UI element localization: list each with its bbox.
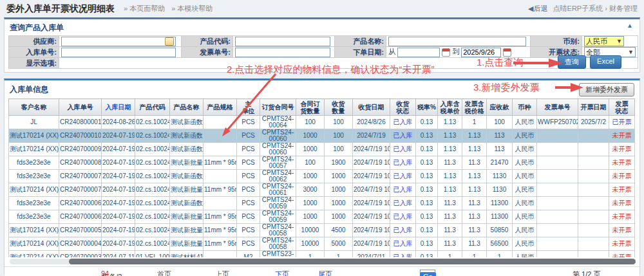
cell-currency: 人民币 [513,197,537,210]
cell-recv_qty: 100 [325,143,353,156]
cell-invoice_price: 11.3 [462,237,487,251]
cell-receivable: 113 [487,129,513,143]
cell-invoice_status: 未开票 [609,237,635,251]
cell-product_name: 测试新函数成 [170,143,204,156]
cell-invoice_status: 未开票 [609,129,635,143]
column-header-recv_date: 收货日期 [353,99,390,116]
column-header-unit_price: 入库含 税单价 [438,99,462,116]
add-outsource-invoice-button[interactable]: 新增委外发票 [579,83,634,97]
supplier-picker-icon[interactable] [165,37,174,46]
cell-unit_price: 11.3 [438,237,462,251]
column-header-customer: 客户名称 [9,99,59,116]
table-row[interactable]: fds3e23e3eCR2407000082024-07-1902.cs.100… [9,156,635,170]
pagination-bar: 共94条/2页 首页 上页 下页 尾页 到 页 Go 第 1/2 页 [5,266,639,276]
cell-product_code: 02.cs.100246 [135,237,170,251]
table-row[interactable]: fds3e23e3eCR2407000072024-07-1902.cs.100… [9,170,635,183]
cell-contract_no: CPMTS24-00064 [260,116,296,129]
cell-receipt_no: CR240700007 [59,170,102,183]
product-name-label: 产品名称: [335,36,386,47]
cell-recv_date: 2024/7/19 10 [353,143,390,156]
table-row[interactable]: 测试170214 (XX)CR2407000072024-07-1902.cs.… [9,183,635,197]
table-row[interactable]: 测试170214 (XX)CR2407000092024-07-1902.cs.… [9,143,635,156]
horizontal-scrollbar-thumb[interactable] [69,259,636,264]
column-header-receipt_date[interactable]: 入库日期 [102,99,135,116]
cell-product_code: 02.cs.100241 [135,129,170,143]
cell-invoice_date [578,129,609,143]
cell-recv_status: 已入库 [390,116,416,129]
cell-unit: PCS [237,116,260,129]
date-to-input[interactable] [461,48,501,57]
module-help-link[interactable]: » 本模块帮助 [171,4,213,14]
currency-select[interactable]: 人民币 ▼ [584,36,624,46]
calendar-icon[interactable] [503,48,511,57]
column-header-tax_rate: 税率% [416,99,438,116]
cell-customer: 测试170214 (XX) [9,237,59,251]
breadcrumb-system-link[interactable]: 点睛ERP子系统 [553,5,603,12]
last-page-link[interactable]: 尾页 [318,270,332,276]
cell-customer: JL [9,116,59,129]
back-button[interactable]: ◀后退 [528,4,547,14]
cell-recv_date: 2024/7/19 10 [353,183,390,197]
receipt-grid-panel: 入库单信息 新增委外发票 客户名称入库单号入库日期产品代码产品名称产品规格主 单… [4,78,640,275]
goto-page-control: 到 页 Go [420,270,435,276]
cell-unit_price: 11.3 [438,224,462,237]
topbar-right: ◀后退 点睛ERP子系统 › 财务管理 [528,4,638,14]
query-button[interactable]: 查询 [558,55,586,69]
cell-invoice_date [578,156,609,170]
supplier-input[interactable] [61,37,176,46]
breadcrumb-module-link[interactable]: 财务管理 [609,5,638,12]
cell-tax_rate: 0.13 [416,143,438,156]
cell-customer: fds3e23e3e [9,210,59,224]
cell-unit_price: 1.13 [438,129,462,143]
product-code-input[interactable] [235,37,330,46]
cell-order_qty: 1000 [296,210,325,224]
cell-currency: 人民币 [513,210,537,224]
cell-tax_rate: 0.13 [416,237,438,251]
go-button[interactable]: Go [420,272,436,276]
annotation-step3: 3.新增委外发票 [473,82,540,94]
column-header-order_qty: 合同订 货数量 [296,99,325,116]
receipt-no-input[interactable] [61,48,176,57]
invoice-no-input[interactable] [235,48,330,57]
cell-product_name: 测试新函数成 [170,197,204,210]
cell-invoice_no: WWFP250702001 [537,116,578,129]
cell-contract_no: CPMTS24-00061 [260,183,296,197]
cell-invoice_no [537,237,578,251]
excel-button[interactable]: Excel [590,55,621,69]
date-from-input[interactable] [397,48,440,57]
cell-invoice_status: 未开票 [609,251,635,258]
table-row[interactable]: JLCR2408000012024-08-2602.cs.100241测试新函数… [9,116,635,129]
next-page-link[interactable]: 下页 [275,270,289,276]
table-row[interactable]: 测试170214 (XX)CR2407000032024-07-1101.VEL… [9,251,635,258]
first-page-link[interactable]: 首页 [157,270,171,276]
calendar-icon[interactable] [442,48,450,57]
cell-unit_price: 1.13 [438,143,462,156]
query-panel-title: 查询产品入库单 [5,19,639,35]
page-help-link[interactable]: » 本页面帮助 [124,4,165,14]
cell-invoice_no [537,197,578,210]
table-row[interactable]: fds3e23e3eCR2407000062024-07-1902.cs.100… [9,210,635,224]
cell-invoice_no [537,156,578,170]
prev-page-link[interactable]: 上页 [215,270,229,276]
column-header-recv_qty: 收货 数量 [325,99,353,116]
cell-spec: 11mm * 95m [204,237,237,251]
supplier-label: 供应商: [9,36,59,47]
product-name-input[interactable] [388,37,526,46]
table-row[interactable]: 测试170214 (XX)CR2407000052024-07-1902.cs.… [9,224,635,237]
cell-receipt_no: CR240700006 [59,197,102,210]
cell-product_code: 02.cs.100241 [135,143,170,156]
table-row[interactable]: fds3e23e3eCR2407000062024-07-1902.cs.100… [9,197,635,210]
cell-invoice_no [537,129,578,143]
cell-order_qty: 1000 [296,143,325,156]
cell-product_code: 02.cs.100246 [135,183,170,197]
cell-spec [204,251,237,258]
cell-unit: PCS [237,170,260,183]
table-row[interactable]: 测试170214 (XX)CR2407000102024-07-1902.cs.… [9,129,635,143]
cell-currency: 人民币 [513,170,537,183]
table-row[interactable]: 测试170214 (XX)CR2407000042024-07-1902.cs.… [9,237,635,251]
cell-product_code: 02.cs.100241 [135,170,170,183]
cell-recv_status: 已入库 [390,156,416,170]
currency-select-value: 人民币 [586,37,607,46]
receipt-table-body: JLCR2408000012024-08-2602.cs.100241测试新函数… [9,116,635,258]
collapse-panel-icon[interactable]: ▲ [627,23,633,29]
